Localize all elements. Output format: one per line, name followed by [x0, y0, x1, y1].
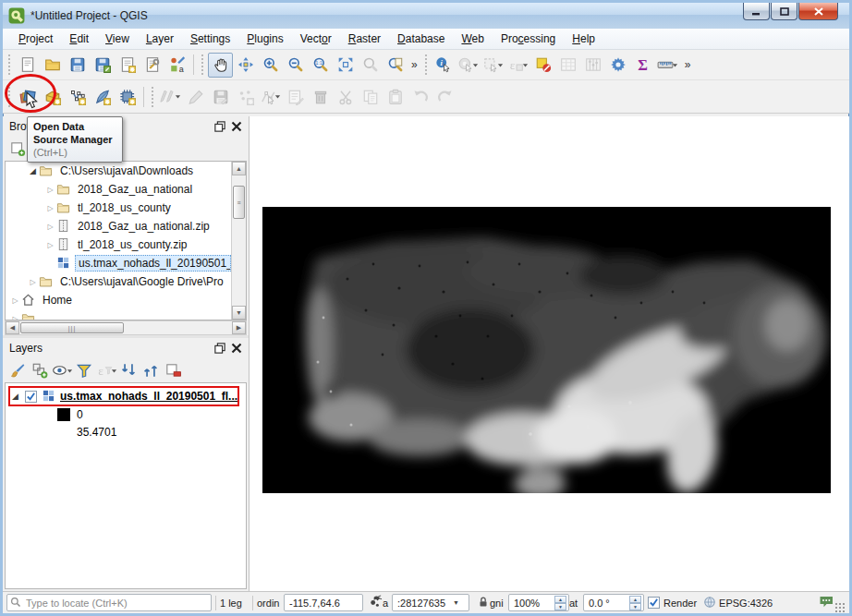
copy-features-button[interactable]	[358, 84, 383, 109]
menu-layer[interactable]: Layer	[138, 30, 182, 48]
expand-arrow-icon[interactable]: ▷	[9, 296, 21, 305]
select-features-button[interactable]	[481, 53, 506, 78]
crs-status-button[interactable]: EPSG:4326	[719, 598, 773, 609]
processing-toolbox-button[interactable]	[606, 53, 631, 78]
expand-arrow-icon[interactable]: ◢	[27, 166, 39, 175]
menu-plugins[interactable]: Plugins	[238, 30, 291, 48]
coordinate-box[interactable]: -115.7,64.6	[284, 594, 363, 611]
scroll-down-icon[interactable]: ▼	[232, 306, 246, 320]
browser-item[interactable]: ▷	[6, 309, 231, 320]
zoom-last-button[interactable]	[358, 53, 383, 78]
expand-arrow-icon[interactable]: ▷	[44, 186, 56, 194]
vertex-tool-button[interactable]	[258, 84, 283, 109]
chevron-down-icon[interactable]	[67, 368, 73, 374]
resize-grip[interactable]	[834, 602, 846, 613]
undo-button[interactable]	[408, 84, 432, 109]
zoom-native-button[interactable]: 1:1	[308, 53, 333, 78]
float-panel-icon[interactable]	[212, 119, 228, 134]
pan-to-selection-button[interactable]	[233, 53, 258, 78]
maximize-button[interactable]	[771, 3, 797, 20]
collapse-all-button[interactable]	[140, 359, 162, 381]
chevron-down-icon[interactable]	[672, 62, 679, 68]
spinner-arrows-icon[interactable]: ▲▼	[554, 596, 566, 610]
close-panel-icon[interactable]	[228, 119, 245, 134]
pan-map-button[interactable]	[208, 53, 233, 78]
new-virtual-layer-button[interactable]	[115, 84, 140, 109]
map-canvas[interactable]	[250, 116, 849, 591]
zoom-full-button[interactable]	[333, 53, 358, 78]
menu-project[interactable]: Project	[10, 30, 61, 48]
layer-visibility-checkbox[interactable]	[25, 391, 37, 403]
scroll-left-icon[interactable]: ◀	[6, 321, 19, 334]
browser-item[interactable]: ◢C:\Users\ujaval\Downloads	[6, 162, 231, 180]
open-project-button[interactable]	[40, 53, 65, 78]
add-group-button[interactable]	[29, 359, 51, 381]
save-project-button[interactable]	[65, 53, 90, 78]
menu-vector[interactable]: Vector	[292, 30, 340, 48]
toolbar-drag-handle[interactable]	[424, 54, 429, 76]
browser-item[interactable]: ▷2018_Gaz_ua_national	[6, 180, 231, 199]
menu-edit[interactable]: Edit	[61, 30, 97, 48]
locator-input[interactable]	[6, 594, 212, 611]
magnifier-spinbox[interactable]: 100%▲▼	[508, 594, 569, 611]
statistical-summary-button[interactable]: Σ	[631, 53, 656, 78]
browser-item[interactable]: ▷tl_2018_us_county	[6, 199, 231, 217]
cut-features-button[interactable]	[333, 84, 358, 109]
field-calculator-button[interactable]	[581, 53, 606, 78]
run-feature-action-button[interactable]	[456, 53, 481, 78]
paste-features-button[interactable]	[383, 84, 408, 109]
render-checkbox[interactable]: Render	[648, 597, 697, 609]
float-panel-icon[interactable]	[212, 341, 228, 356]
identify-features-button[interactable]: i	[432, 53, 456, 78]
scroll-thumb[interactable]: |||	[20, 322, 124, 333]
layer-item[interactable]: ◢ us.tmax_nohads_ll_20190501_fl...	[9, 387, 238, 405]
close-button[interactable]	[798, 3, 838, 20]
map-themes-button[interactable]	[51, 359, 73, 381]
delete-selected-button[interactable]	[308, 84, 333, 109]
measure-button[interactable]	[656, 53, 681, 78]
browser-item[interactable]: us.tmax_nohads_ll_20190501_	[6, 254, 231, 272]
toggle-editing-button[interactable]	[183, 84, 208, 109]
locator-search[interactable]	[6, 594, 212, 611]
tracking-icon[interactable]	[369, 595, 383, 610]
add-layer-button[interactable]	[6, 138, 29, 160]
menu-settings[interactable]: Settings	[182, 30, 238, 48]
new-project-button[interactable]	[15, 53, 40, 78]
expand-arrow-icon[interactable]: ◢	[9, 392, 21, 401]
zoom-in-button[interactable]	[258, 53, 283, 78]
remove-layer-button[interactable]	[162, 359, 184, 381]
redo-button[interactable]	[432, 84, 457, 109]
browser-item[interactable]: ▷tl_2018_us_county.zip	[6, 236, 231, 254]
attribute-table-button[interactable]	[556, 53, 581, 78]
toolbar-drag-handle[interactable]	[7, 54, 12, 76]
scroll-right-icon[interactable]: ▶	[232, 321, 246, 334]
toolbar-overflow-button[interactable]: »	[408, 58, 421, 71]
layer-name[interactable]: us.tmax_nohads_ll_20190501_fl...	[60, 390, 237, 403]
layer-styling-button[interactable]	[6, 359, 29, 381]
save-project-as-button[interactable]	[90, 53, 115, 78]
deselect-all-button[interactable]	[531, 53, 556, 78]
select-by-expression-button[interactable]: ε	[506, 53, 531, 78]
scroll-up-icon[interactable]: ▲	[232, 162, 246, 175]
expand-arrow-icon[interactable]: ▷	[9, 315, 21, 320]
minimize-button[interactable]	[743, 3, 770, 20]
save-layer-edits-button[interactable]	[208, 84, 233, 109]
close-panel-icon[interactable]	[228, 341, 245, 356]
browser-item[interactable]: ▷C:\Users\ujaval\Google Drive\Pro	[6, 272, 231, 291]
messages-icon[interactable]	[819, 595, 834, 610]
style-manager-button[interactable]: a	[164, 53, 189, 78]
add-record-button[interactable]	[233, 84, 258, 109]
new-geopackage-layer-button[interactable]	[40, 84, 65, 109]
menu-help[interactable]: Help	[564, 30, 603, 48]
menu-view[interactable]: View	[97, 30, 138, 48]
show-layout-manager-button[interactable]	[140, 53, 164, 78]
toolbar-drag-handle[interactable]	[201, 54, 205, 76]
browser-horizontal-scrollbar[interactable]: ◀ ||| ▶	[5, 320, 247, 335]
scale-combo[interactable]: :28127635▼	[392, 594, 469, 611]
expand-all-button[interactable]	[117, 359, 140, 381]
expand-arrow-icon[interactable]: ▷	[27, 278, 39, 286]
toolbar-drag-handle[interactable]	[151, 86, 155, 108]
current-edits-button[interactable]	[158, 84, 183, 109]
browser-item[interactable]: ▷2018_Gaz_ua_national.zip	[6, 217, 231, 236]
scroll-thumb[interactable]: ≡	[233, 186, 245, 219]
